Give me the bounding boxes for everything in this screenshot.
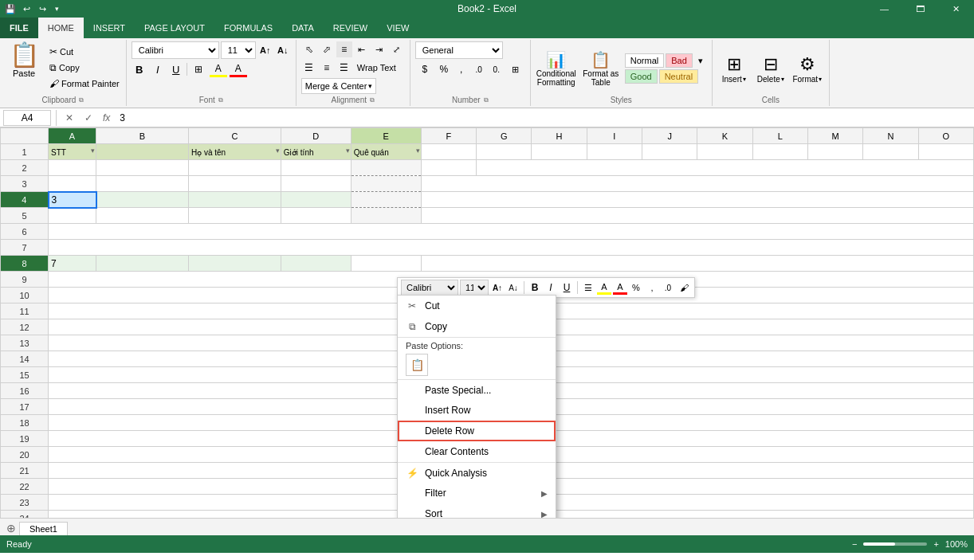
zoom-in-btn[interactable]: + <box>933 539 938 549</box>
redo-icon[interactable]: ↪ <box>35 2 49 16</box>
mini-decrease-icon[interactable]: A↓ <box>506 280 520 295</box>
number-grid-icon[interactable]: ⊞ <box>506 61 525 77</box>
mini-size-select[interactable]: 11 <box>460 280 489 296</box>
font-name-select[interactable]: Calibri <box>132 41 219 59</box>
merge-center-dropdown-icon[interactable]: ▾ <box>368 82 372 90</box>
context-delete-row-item[interactable]: Delete Row <box>398 421 556 441</box>
cell-C4[interactable] <box>188 192 281 208</box>
minimize-btn[interactable]: — <box>866 0 902 18</box>
cell-A2[interactable] <box>49 160 96 176</box>
percent-icon[interactable]: % <box>436 61 452 77</box>
add-sheet-btn[interactable]: ⊕ <box>3 521 19 535</box>
cell-E4[interactable] <box>351 192 421 208</box>
context-sort-item[interactable]: Sort ▶ <box>398 503 556 518</box>
mini-font-select[interactable]: Calibri <box>401 280 458 296</box>
mini-format-btn[interactable]: 🖌 <box>677 280 691 295</box>
col-header-G[interactable]: G <box>477 128 532 144</box>
cell-E2[interactable] <box>351 160 421 176</box>
cell-A5[interactable] <box>49 208 96 224</box>
tab-data[interactable]: DATA <box>282 18 324 38</box>
cell-C3[interactable] <box>188 176 281 192</box>
col-header-M[interactable]: M <box>807 128 862 144</box>
cell-E3[interactable] <box>351 176 421 192</box>
bold-button[interactable]: B <box>132 61 147 77</box>
cell-J1[interactable] <box>642 144 697 160</box>
increase-font-icon[interactable]: A↑ <box>257 42 273 58</box>
cell-B4[interactable] <box>96 192 189 208</box>
cell-B2[interactable] <box>96 160 189 176</box>
fill-color-button[interactable]: A <box>210 61 227 77</box>
cell-D5[interactable] <box>281 208 351 224</box>
increase-decimal-icon[interactable]: .0 <box>471 61 487 77</box>
conditional-formatting-button[interactable]: 📊 ConditionalFormatting <box>536 49 577 88</box>
col-header-L[interactable]: L <box>752 128 807 144</box>
mini-align-btn[interactable]: ☰ <box>581 280 595 295</box>
bad-style[interactable]: Bad <box>666 53 693 68</box>
cell-F1[interactable] <box>421 144 476 160</box>
italic-button[interactable]: I <box>150 61 166 77</box>
font-expand-icon[interactable]: ⧉ <box>218 96 223 104</box>
undo-icon[interactable]: ↩ <box>19 2 33 16</box>
tab-review[interactable]: REVIEW <box>324 18 377 38</box>
context-clear-contents-item[interactable]: Clear Contents <box>398 441 556 462</box>
close-btn[interactable]: ✕ <box>938 0 974 18</box>
cell-A4[interactable]: 3 <box>49 192 96 208</box>
cell-F2[interactable] <box>421 160 476 176</box>
wrap-text-button[interactable]: Wrap Text <box>354 60 399 76</box>
align-top-right-icon[interactable]: ≡ <box>336 41 352 57</box>
row-header-6[interactable]: 6 <box>1 224 49 240</box>
row-header-5[interactable]: 5 <box>1 208 49 224</box>
cancel-formula-btn[interactable]: ✕ <box>61 110 77 126</box>
col-header-I[interactable]: I <box>587 128 642 144</box>
cell-L1[interactable] <box>752 144 807 160</box>
col-header-D[interactable]: D <box>281 128 351 144</box>
format-dropdown-icon[interactable]: ▾ <box>819 76 822 83</box>
col-header-E[interactable]: E <box>351 128 421 144</box>
tab-insert[interactable]: INSERT <box>84 18 135 38</box>
cell-D3[interactable] <box>281 176 351 192</box>
col-header-N[interactable]: N <box>863 128 918 144</box>
cell-C1[interactable]: Họ và tên ▾ <box>188 144 281 160</box>
decrease-decimal-icon[interactable]: 0. <box>489 61 505 77</box>
cell-B5[interactable] <box>96 208 189 224</box>
font-size-select[interactable]: 11 <box>221 41 256 59</box>
mini-underline-btn[interactable]: U <box>560 280 574 295</box>
tab-sheet1[interactable]: Sheet1 <box>19 522 68 535</box>
cut-button[interactable]: ✂ Cut <box>46 45 123 59</box>
context-copy-item[interactable]: ⧉ Copy <box>398 316 556 337</box>
col-header-C[interactable]: C <box>188 128 281 144</box>
cell-K1[interactable] <box>697 144 752 160</box>
number-expand-icon[interactable]: ⧉ <box>484 96 489 104</box>
align-right-icon[interactable]: ☰ <box>336 60 352 76</box>
format-as-table-button[interactable]: 📋 Format asTable <box>580 49 622 88</box>
styles-expand-icon[interactable]: ▾ <box>694 53 707 68</box>
comma-icon[interactable]: , <box>454 61 469 77</box>
col-header-K[interactable]: K <box>697 128 752 144</box>
context-insert-row-item[interactable]: Insert Row <box>398 400 556 421</box>
col-header-H[interactable]: H <box>532 128 587 144</box>
cell-B3[interactable] <box>96 176 189 192</box>
align-top-left-icon[interactable]: ⬁ <box>301 41 317 57</box>
mini-percent-btn[interactable]: % <box>629 280 643 295</box>
restore-btn[interactable]: 🗖 <box>902 0 938 18</box>
cell-A1[interactable]: STT ▾ <box>49 144 96 160</box>
tab-formulas[interactable]: FORMULAS <box>214 18 282 38</box>
cell-D4[interactable] <box>281 192 351 208</box>
context-filter-item[interactable]: Filter ▶ <box>398 483 556 503</box>
cell-O1[interactable] <box>918 144 973 160</box>
row-header-8[interactable]: 8 <box>1 256 49 272</box>
cell-D8[interactable] <box>281 256 351 272</box>
decrease-font-icon[interactable]: A↓ <box>275 42 291 58</box>
mini-bold-btn[interactable]: B <box>528 280 542 295</box>
normal-style[interactable]: Normal <box>625 53 664 68</box>
cell-N1[interactable] <box>863 144 918 160</box>
cell-C2[interactable] <box>188 160 281 176</box>
orientation-icon[interactable]: ⤢ <box>389 41 405 57</box>
mini-increase-icon[interactable]: A↑ <box>490 280 505 295</box>
row-header-4[interactable]: 4 <box>1 192 49 208</box>
col-header-F[interactable]: F <box>421 128 476 144</box>
tab-home[interactable]: HOME <box>38 18 84 38</box>
indent-increase-icon[interactable]: ⇥ <box>371 41 387 57</box>
paste-button[interactable]: 📋 Paste <box>3 41 45 80</box>
mini-font-color-btn[interactable]: A <box>613 280 627 295</box>
